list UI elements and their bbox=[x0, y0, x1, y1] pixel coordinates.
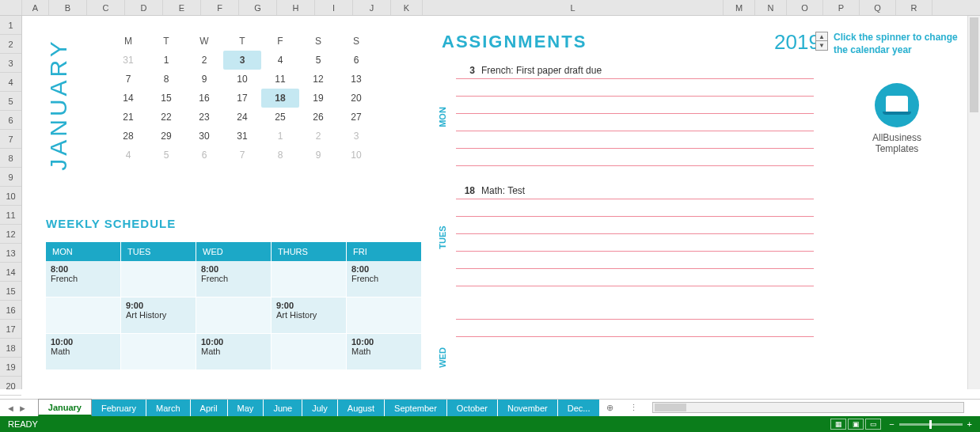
cal-day[interactable]: 5 bbox=[147, 146, 185, 165]
row-header[interactable]: 8 bbox=[0, 149, 21, 168]
cal-day[interactable]: 31 bbox=[223, 127, 261, 146]
cal-day[interactable]: 10 bbox=[223, 70, 261, 89]
cal-day[interactable]: 25 bbox=[261, 108, 299, 127]
cal-day[interactable]: 12 bbox=[299, 70, 337, 89]
col-header[interactable]: K bbox=[391, 0, 423, 15]
col-header[interactable]: I bbox=[315, 0, 353, 15]
assignment-line[interactable] bbox=[456, 217, 814, 234]
sheet-tab[interactable]: February bbox=[92, 400, 146, 416]
col-header[interactable]: L bbox=[423, 0, 724, 15]
col-header[interactable]: C bbox=[87, 0, 125, 15]
row-header[interactable]: 19 bbox=[0, 358, 21, 377]
col-header[interactable]: F bbox=[201, 0, 239, 15]
row-header[interactable]: 3 bbox=[0, 54, 21, 73]
assignment-line[interactable] bbox=[456, 79, 814, 97]
cal-day[interactable]: 4 bbox=[109, 146, 147, 165]
row-header[interactable]: 14 bbox=[0, 263, 21, 282]
cal-day[interactable]: 19 bbox=[299, 89, 337, 108]
row-header[interactable]: 15 bbox=[0, 282, 21, 301]
sheet-tab[interactable]: August bbox=[338, 400, 385, 416]
tab-next-icon[interactable]: ► bbox=[18, 404, 27, 413]
assignment-line[interactable]: 18Math: Test bbox=[456, 182, 814, 199]
cal-day[interactable]: 18 bbox=[261, 89, 299, 108]
cal-day[interactable]: 31 bbox=[109, 51, 147, 70]
cal-day[interactable]: 6 bbox=[185, 146, 223, 165]
row-header[interactable]: 1 bbox=[0, 16, 21, 35]
zoom-control[interactable]: − + bbox=[889, 419, 972, 429]
sheet-tab[interactable]: October bbox=[447, 400, 498, 416]
col-header[interactable]: N bbox=[755, 0, 787, 15]
sheet-tab[interactable]: November bbox=[498, 400, 558, 416]
cal-day[interactable]: 1 bbox=[147, 51, 185, 70]
cal-day[interactable]: 23 bbox=[185, 108, 223, 127]
col-header[interactable]: J bbox=[353, 0, 391, 15]
vertical-scrollbar[interactable] bbox=[967, 16, 980, 389]
row-header[interactable]: 13 bbox=[0, 244, 21, 263]
cal-day[interactable]: 11 bbox=[261, 70, 299, 89]
sheet-tab[interactable]: March bbox=[146, 400, 191, 416]
cal-day[interactable]: 2 bbox=[299, 127, 337, 146]
row-header[interactable]: 10 bbox=[0, 187, 21, 206]
col-header[interactable]: Q bbox=[860, 0, 896, 15]
schedule-cell[interactable]: 10:00Math bbox=[196, 334, 271, 370]
row-header[interactable]: 4 bbox=[0, 73, 21, 92]
schedule-cell[interactable]: 8:00French bbox=[46, 261, 120, 297]
cal-day[interactable]: 17 bbox=[223, 89, 261, 108]
col-header[interactable]: A bbox=[22, 0, 49, 15]
sheet-tab[interactable]: July bbox=[302, 400, 338, 416]
col-header[interactable]: R bbox=[896, 0, 933, 15]
year-spinner[interactable]: ▲ ▼ bbox=[815, 32, 828, 51]
cal-day[interactable]: 4 bbox=[261, 51, 299, 70]
col-header[interactable]: O bbox=[787, 0, 823, 15]
view-normal-icon[interactable]: ▦ bbox=[830, 419, 846, 430]
assignment-line[interactable] bbox=[456, 149, 814, 166]
col-header[interactable]: G bbox=[239, 0, 277, 15]
cal-day[interactable]: 7 bbox=[223, 146, 261, 165]
view-break-icon[interactable]: ▭ bbox=[865, 419, 881, 430]
col-header[interactable]: E bbox=[163, 0, 201, 15]
view-page-icon[interactable]: ▣ bbox=[848, 419, 864, 430]
cal-day[interactable]: 9 bbox=[185, 70, 223, 89]
cal-day[interactable]: 30 bbox=[185, 127, 223, 146]
schedule-cell[interactable] bbox=[272, 261, 346, 297]
assignment-line[interactable] bbox=[456, 234, 814, 252]
cal-day[interactable]: 8 bbox=[147, 70, 185, 89]
schedule-cell[interactable]: 10:00Math bbox=[46, 334, 120, 370]
schedule-cell[interactable]: 9:00Art History bbox=[272, 297, 346, 334]
col-header[interactable]: D bbox=[125, 0, 163, 15]
col-header[interactable]: H bbox=[277, 0, 315, 15]
cal-day[interactable]: 2 bbox=[185, 51, 223, 70]
horizontal-scrollbar[interactable] bbox=[652, 402, 964, 413]
schedule-cell[interactable] bbox=[121, 261, 196, 297]
cal-day[interactable]: 5 bbox=[299, 51, 337, 70]
cal-day[interactable]: 26 bbox=[299, 108, 337, 127]
row-header[interactable]: 16 bbox=[0, 301, 21, 320]
row-header[interactable]: 12 bbox=[0, 225, 21, 244]
col-header[interactable]: M bbox=[724, 0, 755, 15]
assignment-line[interactable] bbox=[456, 320, 814, 337]
cal-day[interactable]: 28 bbox=[109, 127, 147, 146]
tab-prev-icon[interactable]: ◄ bbox=[6, 404, 15, 413]
row-header[interactable]: 17 bbox=[0, 320, 21, 339]
zoom-in-icon[interactable]: + bbox=[967, 419, 972, 429]
assignment-line[interactable] bbox=[456, 114, 814, 131]
sheet-tab[interactable]: January bbox=[38, 399, 92, 416]
schedule-cell[interactable] bbox=[347, 297, 421, 334]
zoom-slider[interactable] bbox=[899, 423, 963, 426]
cal-day[interactable]: 21 bbox=[109, 108, 147, 127]
cal-day[interactable]: 15 bbox=[147, 89, 185, 108]
schedule-cell[interactable]: 10:00Math bbox=[347, 334, 421, 370]
cal-day[interactable]: 20 bbox=[337, 89, 375, 108]
schedule-cell[interactable] bbox=[196, 297, 271, 334]
sheet-tab[interactable]: June bbox=[264, 400, 302, 416]
assignment-line[interactable] bbox=[456, 302, 814, 320]
schedule-cell[interactable]: 8:00French bbox=[196, 261, 271, 297]
cal-day[interactable]: 10 bbox=[337, 146, 375, 165]
cal-day[interactable]: 27 bbox=[337, 108, 375, 127]
sheet-tab[interactable]: May bbox=[228, 400, 264, 416]
row-header[interactable]: 7 bbox=[0, 130, 21, 149]
cal-day[interactable]: 16 bbox=[185, 89, 223, 108]
sheet-tab[interactable]: April bbox=[191, 400, 228, 416]
row-header[interactable]: 5 bbox=[0, 92, 21, 111]
schedule-cell[interactable] bbox=[272, 334, 346, 370]
